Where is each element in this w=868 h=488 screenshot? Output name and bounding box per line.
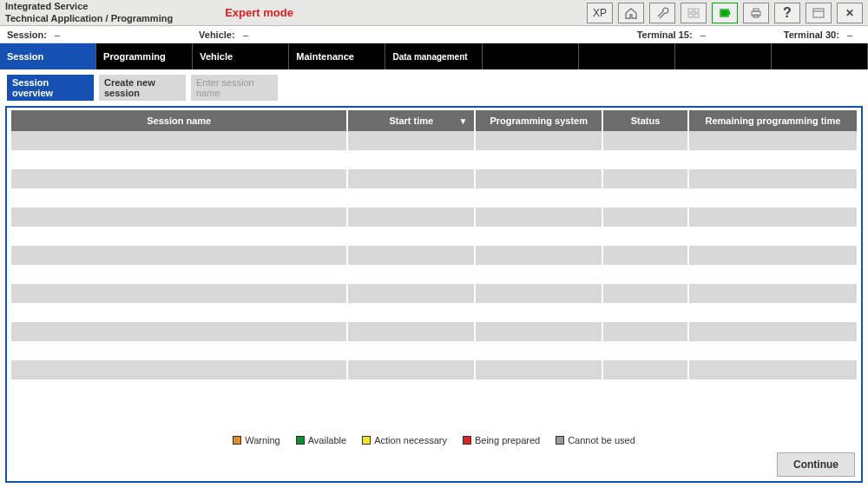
window-icon	[812, 7, 825, 19]
tab-empty	[772, 43, 868, 69]
session-tbody	[11, 131, 857, 399]
tab-maintenance[interactable]: Maintenance	[289, 43, 385, 69]
window-button[interactable]	[806, 3, 832, 23]
tab-empty	[483, 43, 579, 69]
legend-prepared-label: Being prepared	[475, 435, 540, 445]
legend-action-label: Action necessary	[374, 435, 447, 445]
legend: Warning Available Action necessary Being…	[10, 432, 858, 447]
print-icon	[749, 7, 763, 19]
info-t30-label: Terminal 30:	[784, 30, 839, 40]
square-icon	[296, 436, 305, 445]
legend-cannot-label: Cannot be used	[568, 435, 635, 445]
home-icon	[624, 7, 638, 19]
info-bar: Session: – Vehicle: – Terminal 15: – Ter…	[0, 26, 868, 43]
table-row[interactable]	[11, 265, 857, 284]
table-row[interactable]	[11, 360, 857, 379]
table-row[interactable]	[11, 169, 857, 188]
battery-icon	[718, 7, 732, 19]
grid-icon	[687, 7, 700, 19]
session-table: Session name Start time ▼ Programming sy…	[10, 110, 858, 399]
app-title-line2: Technical Application / Programming	[5, 13, 173, 24]
svg-rect-3	[694, 14, 699, 17]
legend-warning: Warning	[233, 435, 280, 445]
table-row[interactable]	[11, 246, 857, 265]
legend-available-label: Available	[308, 435, 346, 445]
info-t30: Terminal 30: –	[784, 30, 852, 40]
wrench-icon	[655, 7, 669, 19]
app-title-line1: Integrated Service	[5, 1, 173, 12]
square-icon	[362, 436, 371, 445]
xp-button[interactable]: XP	[587, 3, 613, 23]
close-button[interactable]: ✕	[837, 3, 863, 23]
svg-rect-2	[688, 14, 693, 17]
legend-action: Action necessary	[362, 435, 447, 445]
footer: Continue	[10, 447, 858, 478]
battery-button[interactable]	[712, 3, 738, 23]
legend-cannot: Cannot be used	[556, 435, 635, 445]
table-row[interactable]	[11, 188, 857, 208]
subtab-create-session[interactable]: Create new session	[99, 75, 186, 101]
session-table-wrap: Session name Start time ▼ Programming sy…	[10, 110, 858, 432]
subtab-session-overview[interactable]: Session overview	[7, 75, 94, 101]
th-programming-system[interactable]: Programming system	[476, 110, 602, 131]
app-header: Integrated Service Technical Application…	[0, 0, 868, 26]
mode-label: Expert mode	[225, 6, 293, 19]
svg-rect-1	[694, 9, 699, 12]
sub-tabs: Session overview Create new session Ente…	[0, 69, 868, 106]
table-row[interactable]	[11, 150, 857, 169]
th-status[interactable]: Status	[603, 110, 687, 131]
svg-rect-6	[721, 10, 727, 16]
info-t15: Terminal 15: –	[637, 30, 706, 40]
square-icon	[556, 436, 564, 445]
info-t30-value: –	[847, 30, 852, 40]
subtab-enter-name: Enter session name	[191, 75, 278, 101]
tab-empty	[579, 43, 675, 69]
info-vehicle: Vehicle: –	[199, 30, 248, 40]
svg-rect-10	[813, 9, 824, 17]
th-session-name[interactable]: Session name	[11, 110, 346, 131]
content-frame: Session name Start time ▼ Programming sy…	[5, 106, 863, 483]
table-row[interactable]	[11, 341, 857, 360]
square-icon	[233, 436, 241, 445]
square-icon	[463, 436, 471, 445]
th-start-time-label: Start time	[389, 115, 433, 126]
help-button[interactable]: ?	[774, 3, 800, 23]
table-row[interactable]	[11, 227, 857, 246]
svg-rect-8	[753, 9, 759, 11]
print-button[interactable]	[743, 3, 769, 23]
tab-programming[interactable]: Programming	[96, 43, 193, 69]
legend-warning-label: Warning	[245, 435, 280, 445]
info-t15-value: –	[700, 30, 706, 40]
app-title: Integrated Service Technical Application…	[5, 1, 173, 23]
info-vehicle-value: –	[243, 30, 248, 40]
tab-session[interactable]: Session	[0, 43, 96, 69]
legend-prepared: Being prepared	[463, 435, 540, 445]
th-remaining-time[interactable]: Remaining programming time	[689, 110, 857, 131]
grid-button[interactable]	[681, 3, 707, 23]
legend-available: Available	[296, 435, 346, 445]
tab-empty	[675, 43, 772, 69]
info-session-label: Session:	[7, 30, 47, 40]
th-start-time[interactable]: Start time ▼	[348, 110, 474, 131]
tab-vehicle[interactable]: Vehicle	[193, 43, 289, 69]
settings-button[interactable]	[649, 3, 675, 23]
table-row[interactable]	[11, 379, 857, 399]
table-row[interactable]	[11, 208, 857, 227]
info-t15-label: Terminal 15:	[637, 30, 693, 40]
home-button[interactable]	[618, 3, 644, 23]
table-row[interactable]	[11, 303, 857, 322]
svg-rect-5	[728, 11, 730, 15]
table-row[interactable]	[11, 284, 857, 303]
main-nav: Session Programming Vehicle Maintenance …	[0, 43, 868, 69]
continue-button[interactable]: Continue	[777, 452, 855, 477]
info-session-value: –	[55, 30, 60, 40]
table-row[interactable]	[11, 131, 857, 150]
info-session: Session: –	[7, 30, 60, 40]
svg-rect-0	[688, 9, 693, 12]
table-row[interactable]	[11, 322, 857, 341]
tab-data-management[interactable]: Data management	[385, 43, 482, 69]
sort-desc-icon: ▼	[458, 116, 467, 126]
info-vehicle-label: Vehicle:	[199, 30, 235, 40]
